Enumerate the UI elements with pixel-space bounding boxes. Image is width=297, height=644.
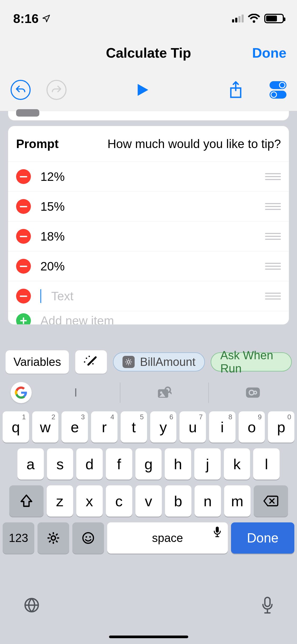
- key-r[interactable]: r4: [91, 411, 117, 443]
- key-e[interactable]: e3: [62, 411, 88, 443]
- previous-action-fragment: [8, 111, 289, 121]
- shift-key[interactable]: [9, 485, 44, 517]
- suggestion-2-image-search[interactable]: [120, 383, 209, 403]
- key-q[interactable]: q1: [3, 411, 29, 443]
- delete-button[interactable]: [16, 229, 31, 244]
- prompt-value: How much would you like to tip?: [107, 137, 281, 151]
- svg-point-4: [89, 356, 90, 357]
- new-item-input[interactable]: [51, 289, 256, 303]
- svg-rect-16: [216, 527, 219, 533]
- key-x[interactable]: x: [76, 485, 103, 517]
- key-o[interactable]: o9: [239, 411, 265, 443]
- keyboard-settings-key[interactable]: [37, 522, 69, 554]
- drag-handle-icon[interactable]: [265, 293, 281, 300]
- settings-button[interactable]: [270, 81, 286, 99]
- status-time: 8:16: [13, 11, 39, 26]
- home-indicator[interactable]: [109, 636, 188, 638]
- gif-icon: [245, 387, 261, 398]
- add-icon: [16, 313, 31, 324]
- key-c[interactable]: c: [106, 485, 132, 517]
- key-w[interactable]: w2: [32, 411, 59, 443]
- suggestion-1[interactable]: I: [32, 383, 120, 403]
- backspace-key[interactable]: [254, 485, 288, 517]
- key-z[interactable]: z: [47, 485, 73, 517]
- key-i[interactable]: i8: [209, 411, 235, 443]
- svg-point-3: [84, 361, 85, 362]
- list-item-editing: [8, 281, 289, 311]
- status-bar: 8:16: [0, 0, 297, 37]
- svg-point-13: [83, 533, 93, 543]
- list-item: 18%: [8, 222, 289, 251]
- item-label[interactable]: 15%: [40, 199, 65, 214]
- item-label[interactable]: 20%: [40, 259, 65, 273]
- emoji-key[interactable]: [72, 522, 104, 554]
- key-d[interactable]: d: [76, 448, 103, 480]
- delete-button[interactable]: [16, 259, 31, 274]
- key-j[interactable]: j: [194, 448, 221, 480]
- drag-handle-icon[interactable]: [265, 173, 281, 180]
- drag-handle-icon[interactable]: [265, 233, 281, 240]
- key-l[interactable]: l: [253, 448, 280, 480]
- delete-button[interactable]: [16, 199, 31, 214]
- drag-handle-icon[interactable]: [265, 203, 281, 210]
- key-t[interactable]: t5: [121, 411, 147, 443]
- add-item-label: Add new item: [40, 314, 114, 324]
- delete-button[interactable]: [16, 289, 31, 303]
- numbers-key[interactable]: 123: [3, 522, 34, 554]
- key-h[interactable]: h: [165, 448, 191, 480]
- delete-button[interactable]: [16, 169, 31, 184]
- done-button[interactable]: Done: [252, 45, 286, 61]
- key-a[interactable]: a: [17, 448, 44, 480]
- svg-point-5: [92, 363, 94, 364]
- wand-icon: [84, 355, 98, 369]
- item-label[interactable]: 18%: [40, 229, 65, 243]
- nav-header: Calculate Tip Done: [0, 37, 297, 69]
- prompt-row[interactable]: Prompt How much would you like to tip?: [8, 126, 289, 162]
- google-button[interactable]: [11, 382, 32, 403]
- keyboard: q1w2e3r4t5y6u7i8o9p0 asdfghjkl zxcvbnm 1…: [0, 407, 297, 644]
- key-n[interactable]: n: [195, 485, 221, 517]
- google-icon: [15, 386, 27, 399]
- keyboard-suggestion-row: I: [0, 378, 297, 407]
- space-key[interactable]: space: [107, 522, 228, 554]
- variable-pill-ask-when-run[interactable]: Ask When Run: [211, 352, 292, 371]
- space-label: space: [152, 531, 183, 545]
- undo-button[interactable]: [11, 80, 31, 100]
- svg-rect-10: [246, 388, 260, 398]
- backspace-icon: [263, 495, 279, 507]
- gear-icon: [47, 532, 60, 544]
- variables-button[interactable]: Variables: [5, 350, 69, 374]
- key-y[interactable]: y6: [150, 411, 177, 443]
- dictation-key[interactable]: [262, 597, 273, 615]
- shift-icon: [20, 494, 33, 508]
- wifi-icon: [248, 14, 260, 23]
- key-g[interactable]: g: [135, 448, 162, 480]
- emoji-icon: [82, 532, 95, 544]
- keyboard-done-key[interactable]: Done: [231, 522, 294, 554]
- action-icon: [16, 109, 39, 117]
- key-m[interactable]: m: [224, 485, 251, 517]
- key-v[interactable]: v: [135, 485, 162, 517]
- key-p[interactable]: p0: [268, 411, 294, 443]
- key-k[interactable]: k: [224, 448, 250, 480]
- globe-key[interactable]: [24, 597, 40, 614]
- redo-button[interactable]: [46, 80, 67, 100]
- key-f[interactable]: f: [106, 448, 132, 480]
- suggestion-3-gif[interactable]: [208, 383, 297, 403]
- svg-rect-18: [265, 597, 270, 606]
- prompt-label: Prompt: [16, 137, 59, 151]
- variable-pill-billamount[interactable]: BillAmount: [113, 352, 205, 371]
- variable-pill-label: Ask When Run: [220, 349, 275, 375]
- add-item-row[interactable]: Add new item: [8, 311, 289, 324]
- key-s[interactable]: s: [47, 448, 73, 480]
- item-label[interactable]: 12%: [40, 169, 65, 184]
- drag-handle-icon[interactable]: [265, 263, 281, 270]
- magic-variable-button[interactable]: [75, 350, 107, 374]
- svg-point-6: [127, 361, 130, 363]
- svg-point-8: [160, 392, 162, 394]
- toolbar: [0, 69, 297, 111]
- key-b[interactable]: b: [165, 485, 191, 517]
- key-u[interactable]: u7: [180, 411, 206, 443]
- run-button[interactable]: [134, 81, 150, 99]
- share-button[interactable]: [228, 80, 243, 99]
